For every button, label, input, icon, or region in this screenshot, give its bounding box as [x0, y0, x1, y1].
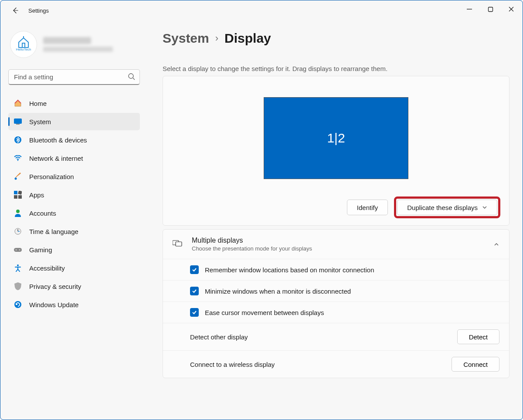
sidebar-item-time[interactable]: Time & language: [8, 223, 140, 240]
breadcrumb-parent[interactable]: System: [163, 31, 209, 46]
check-icon: [192, 310, 197, 315]
back-button[interactable]: [8, 3, 22, 17]
sidebar-item-label: Accounts: [29, 210, 56, 217]
svg-rect-9: [14, 119, 22, 124]
sidebar-item-label: Personalization: [29, 173, 74, 180]
svg-point-23: [16, 249, 17, 250]
detect-row: Detect other display Detect: [163, 323, 509, 350]
svg-line-8: [133, 78, 135, 80]
svg-point-24: [19, 249, 20, 250]
search-box[interactable]: [8, 69, 140, 85]
titlebar: Settings: [0, 0, 523, 20]
display-mode-dropdown[interactable]: Duplicate these displays: [397, 200, 497, 215]
helper-text: Select a display to change the settings …: [163, 65, 509, 72]
checkbox-minimize[interactable]: [190, 287, 199, 295]
maximize-button[interactable]: [485, 4, 496, 14]
brush-icon: [14, 172, 22, 181]
maximize-icon: [488, 7, 493, 12]
sidebar-item-home[interactable]: Home: [8, 95, 140, 112]
search-input[interactable]: [8, 69, 140, 85]
window-title: Settings: [28, 7, 49, 14]
svg-rect-22: [14, 248, 22, 252]
svg-rect-2: [488, 7, 492, 11]
sidebar-item-personalization[interactable]: Personalization: [8, 168, 140, 185]
option-minimize-row: Minimize windows when a monitor is disco…: [163, 280, 509, 301]
multiple-displays-header[interactable]: Multiple displays Choose the presentatio…: [163, 230, 509, 259]
multiple-displays-group: Multiple displays Choose the presentatio…: [163, 229, 509, 378]
detect-button[interactable]: Detect: [457, 329, 499, 344]
row-label: Connect to a wireless display: [190, 361, 275, 368]
displays-icon: [173, 240, 182, 249]
option-label: Remember window locations based on monit…: [205, 266, 374, 274]
home-icon: [14, 99, 22, 108]
breadcrumb: System › Display: [163, 31, 509, 46]
svg-point-7: [129, 74, 133, 78]
nav: Home System Bluetooth & devices Network …: [8, 95, 140, 313]
minimize-button[interactable]: [464, 4, 475, 14]
account-text: [43, 37, 113, 52]
group-title: Multiple displays: [192, 237, 484, 244]
check-icon: [192, 288, 197, 294]
update-icon: [14, 300, 22, 309]
svg-rect-15: [18, 191, 22, 195]
chevron-up-icon: [493, 241, 499, 247]
breadcrumb-current: Display: [224, 31, 271, 46]
svg-point-12: [17, 160, 18, 161]
sidebar-item-apps[interactable]: Apps: [8, 186, 140, 203]
sidebar-item-system[interactable]: System: [8, 113, 140, 130]
search-icon: [128, 73, 136, 82]
svg-rect-5: [22, 43, 25, 47]
display-arrangement-panel: 1|2 Identify Duplicate these displays: [163, 76, 509, 226]
check-icon: [192, 267, 197, 272]
accessibility-icon: [14, 264, 22, 272]
option-ease-row: Ease cursor movement between displays: [163, 301, 509, 323]
close-button[interactable]: [506, 4, 516, 14]
apps-icon: [14, 190, 22, 199]
sidebar-item-label: System: [29, 118, 51, 125]
sidebar-item-label: Time & language: [29, 228, 78, 235]
group-subtitle: Choose the presentation mode for your di…: [192, 245, 484, 252]
svg-rect-28: [176, 242, 182, 246]
svg-rect-14: [14, 191, 17, 194]
svg-point-26: [14, 301, 21, 308]
svg-rect-17: [18, 195, 22, 199]
sidebar-item-gaming[interactable]: Gaming: [8, 241, 140, 258]
sidebar-item-bluetooth[interactable]: Bluetooth & devices: [8, 131, 140, 149]
shield-icon: [14, 282, 22, 291]
sidebar-item-accounts[interactable]: Accounts: [8, 204, 140, 222]
sidebar-item-label: Home: [29, 100, 47, 107]
checkbox-remember[interactable]: [190, 265, 199, 274]
avatar: HelloTech: [10, 31, 37, 58]
arrow-left-icon: [12, 7, 19, 14]
account-block[interactable]: HelloTech: [8, 27, 140, 69]
wireless-row: Connect to a wireless display Connect: [163, 350, 509, 378]
monitor-label: 1|2: [327, 131, 345, 146]
minimize-icon: [466, 6, 472, 12]
avatar-label: HelloTech: [16, 47, 31, 51]
sidebar-item-label: Windows Update: [29, 301, 78, 308]
clock-icon: [14, 227, 22, 236]
option-label: Ease cursor movement between displays: [205, 309, 324, 316]
person-icon: [14, 209, 22, 217]
sidebar-item-label: Apps: [29, 191, 44, 199]
system-icon: [14, 117, 22, 126]
sidebar-item-update[interactable]: Windows Update: [8, 296, 140, 313]
house-icon: [17, 36, 30, 48]
sidebar-item-network[interactable]: Network & internet: [8, 149, 140, 167]
sidebar: HelloTech Home System: [0, 20, 148, 420]
sidebar-item-label: Accessibility: [29, 264, 65, 272]
option-label: Minimize windows when a monitor is disco…: [205, 288, 351, 295]
monitor-tile[interactable]: 1|2: [264, 97, 408, 179]
sidebar-item-privacy[interactable]: Privacy & security: [8, 278, 140, 295]
svg-rect-16: [14, 195, 17, 199]
checkbox-ease[interactable]: [190, 308, 199, 317]
svg-point-18: [16, 210, 20, 213]
identify-button[interactable]: Identify: [347, 200, 388, 215]
sidebar-item-accessibility[interactable]: Accessibility: [8, 259, 140, 277]
sidebar-item-label: Bluetooth & devices: [29, 136, 87, 144]
sidebar-item-label: Network & internet: [29, 155, 83, 162]
sidebar-item-label: Privacy & security: [29, 283, 81, 290]
bluetooth-icon: [14, 135, 22, 144]
close-icon: [508, 6, 514, 12]
connect-button[interactable]: Connect: [452, 357, 499, 372]
